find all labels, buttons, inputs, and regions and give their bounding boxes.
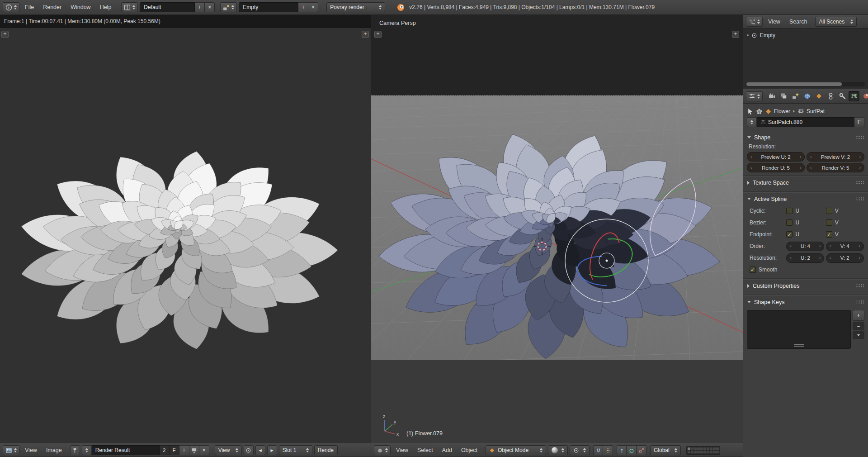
panel-drag-grip[interactable]: [856, 197, 864, 201]
pin-image-button[interactable]: [70, 445, 80, 455]
render-engine-dropdown[interactable]: Povray render: [326, 2, 385, 12]
panel-header-texture-space[interactable]: Texture Space: [746, 176, 865, 189]
image-name-field[interactable]: Render Result: [92, 445, 160, 455]
order-u-field[interactable]: ‹U: 4›: [786, 242, 824, 251]
render-u-field[interactable]: ‹Render U: 5›: [747, 163, 805, 172]
screen-layout-browse-button[interactable]: [121, 2, 138, 12]
snap-element-button[interactable]: [603, 445, 613, 455]
panel-header-shape[interactable]: Shape: [746, 131, 865, 143]
region-expand-icon[interactable]: +: [374, 31, 382, 38]
surface-browse-button[interactable]: [747, 117, 757, 127]
resolution-v-field[interactable]: ‹V: 2›: [826, 253, 864, 263]
breadcrumb-data-name[interactable]: SurfPat: [807, 108, 825, 114]
smooth-checkbox[interactable]: ✓: [750, 267, 756, 273]
delete-scene-button[interactable]: ×: [308, 2, 318, 12]
properties-tab-modifiers[interactable]: [837, 91, 848, 101]
editor-type-button-image[interactable]: [3, 445, 19, 455]
preview-u-field[interactable]: ‹Preview U: 2›: [747, 152, 805, 162]
cyclic-u-checkbox[interactable]: [786, 208, 793, 214]
transform-orientation-dropdown[interactable]: Global: [650, 445, 681, 455]
panel-drag-grip[interactable]: [856, 300, 864, 304]
properties-tab-object[interactable]: [813, 91, 824, 101]
panel-drag-grip[interactable]: [856, 135, 864, 139]
panel-drag-grip[interactable]: [856, 284, 864, 288]
menu-help[interactable]: Help: [96, 4, 115, 10]
render-layer-dropdown[interactable]: Rende: [314, 445, 338, 455]
unlink-image-button[interactable]: ×: [199, 445, 209, 455]
fake-user-button[interactable]: F: [170, 445, 179, 455]
properties-tab-constraints[interactable]: [825, 91, 836, 101]
image-users-count[interactable]: 2: [160, 445, 170, 455]
region-expand-icon[interactable]: +: [732, 31, 739, 38]
viewport-shading-dropdown[interactable]: [548, 445, 568, 455]
resolution-u-field[interactable]: ‹U: 2›: [786, 253, 824, 263]
scene-name-field[interactable]: Empty: [239, 2, 298, 12]
region-expand-icon[interactable]: +: [362, 31, 369, 38]
manipulator-rotate-button[interactable]: [627, 445, 637, 455]
render-v-field[interactable]: ‹Render V: 5›: [807, 163, 864, 172]
bezier-u-checkbox[interactable]: [786, 219, 793, 226]
manipulator-translate-button[interactable]: [617, 445, 627, 455]
horizontal-scrollbar[interactable]: [745, 82, 865, 86]
menu-add[interactable]: Add: [439, 447, 456, 453]
interaction-mode-dropdown[interactable]: Object Mode: [486, 445, 546, 455]
region-expand-icon[interactable]: +: [1, 31, 9, 38]
disclosure-dot-icon[interactable]: [747, 34, 749, 36]
image-browse-button[interactable]: [82, 445, 92, 455]
slot-previous-button[interactable]: ◀: [255, 445, 265, 455]
menu-file[interactable]: File: [21, 4, 38, 10]
menu-render[interactable]: Render: [39, 4, 65, 10]
view-mode-dropdown[interactable]: View: [215, 445, 242, 455]
slot-next-button[interactable]: ▶: [267, 445, 277, 455]
properties-tab-material[interactable]: [860, 91, 868, 101]
bezier-v-checkbox[interactable]: [826, 219, 832, 226]
image-display-options-button[interactable]: [244, 445, 254, 455]
panel-header-active-spline[interactable]: Active Spline: [746, 193, 865, 205]
snap-toggle-button[interactable]: [593, 445, 603, 455]
menu-search[interactable]: Search: [786, 19, 811, 25]
manipulator-scale-button[interactable]: [637, 445, 646, 455]
add-screen-layout-button[interactable]: +: [195, 2, 205, 12]
add-scene-button[interactable]: +: [298, 2, 308, 12]
panel-header-shape-keys[interactable]: Shape Keys: [746, 296, 865, 308]
remove-shape-key-button[interactable]: −: [853, 322, 864, 330]
properties-tab-scene[interactable]: [790, 91, 801, 101]
panel-header-custom-properties[interactable]: Custom Properties: [746, 280, 865, 292]
shape-key-specials-button[interactable]: [853, 331, 864, 339]
shape-keys-list[interactable]: [747, 310, 851, 349]
fake-user-button[interactable]: F: [854, 117, 864, 127]
editor-type-button-outliner[interactable]: [746, 17, 763, 27]
properties-tab-render-layers[interactable]: [778, 91, 789, 101]
menu-view[interactable]: View: [392, 447, 412, 453]
order-v-field[interactable]: ‹V: 4›: [826, 242, 864, 251]
pack-image-button[interactable]: [189, 445, 199, 455]
properties-tab-object-data[interactable]: [849, 91, 859, 101]
outliner-display-mode-dropdown[interactable]: All Scenes: [815, 17, 857, 27]
screen-layout-name-field[interactable]: Default: [140, 2, 195, 12]
menu-view[interactable]: View: [764, 19, 784, 25]
cyclic-v-checkbox[interactable]: [826, 208, 832, 214]
menu-window[interactable]: Window: [67, 4, 94, 10]
surface-name-field[interactable]: SurfPatch.880: [757, 117, 854, 127]
scrollbar-thumb[interactable]: [746, 82, 842, 86]
list-resize-grip[interactable]: [794, 344, 804, 347]
add-shape-key-button[interactable]: +: [853, 310, 864, 321]
panel-drag-grip[interactable]: [856, 181, 864, 185]
outliner-item-empty[interactable]: Empty: [743, 31, 868, 40]
menu-object[interactable]: Object: [458, 447, 481, 453]
editor-type-button-3d-view[interactable]: [374, 445, 391, 455]
scene-browse-button[interactable]: [220, 2, 237, 12]
breadcrumb-object-name[interactable]: Flower: [774, 108, 790, 114]
render-slot-dropdown[interactable]: Slot 1: [279, 445, 312, 455]
new-image-button[interactable]: +: [179, 445, 189, 455]
delete-screen-layout-button[interactable]: ×: [205, 2, 215, 12]
viewport-canvas[interactable]: [371, 15, 743, 443]
endpoint-v-checkbox[interactable]: ✓: [826, 231, 832, 238]
properties-tab-world[interactable]: [802, 91, 812, 101]
preview-v-field[interactable]: ‹Preview V: 2›: [807, 152, 864, 162]
editor-type-button-properties[interactable]: [746, 91, 763, 101]
editor-type-button-info[interactable]: [3, 2, 19, 12]
menu-view[interactable]: View: [21, 447, 41, 453]
layers-widget[interactable]: [686, 446, 720, 455]
menu-select[interactable]: Select: [414, 447, 437, 453]
